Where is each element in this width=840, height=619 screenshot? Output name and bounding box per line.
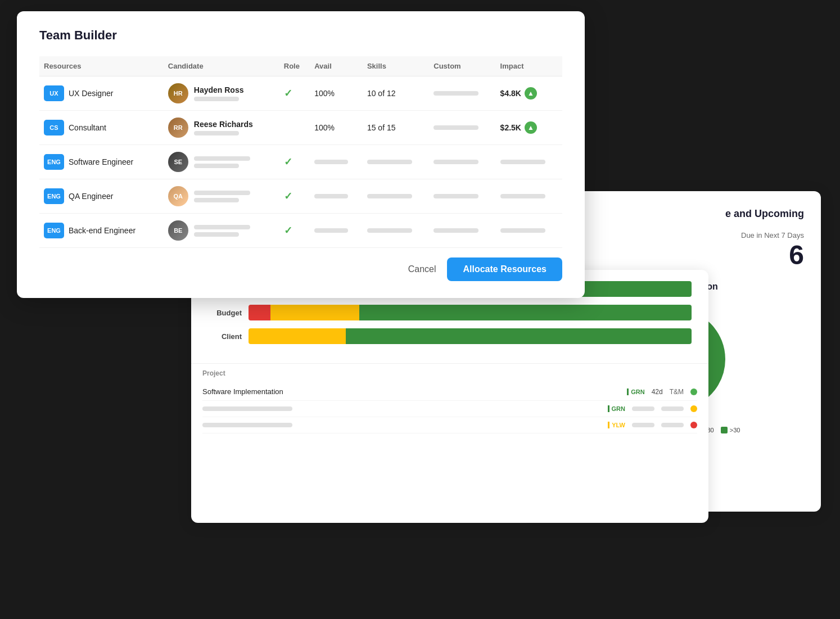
project-type-bar-1	[661, 406, 684, 411]
candidate-sub-bar	[194, 164, 239, 168]
avatar: QA	[168, 186, 188, 206]
resource-cell-2: ENGSoftware Engineer	[39, 145, 164, 179]
role-check-icon: ✓	[284, 156, 292, 168]
avatar: HR	[168, 83, 188, 103]
custom-bar	[433, 160, 478, 164]
skills-bar	[367, 228, 412, 233]
avatar: SE	[168, 152, 188, 172]
resource-badge: ENG	[44, 154, 64, 170]
resource-name: Consultant	[69, 123, 106, 132]
avail-bar	[314, 194, 348, 198]
skills-cell-3	[363, 179, 429, 214]
avatar: BE	[168, 220, 188, 241]
project-dot-2	[690, 422, 697, 428]
skills-bar	[367, 194, 412, 198]
avail-bar	[314, 160, 348, 164]
skills-cell-1: 15 of 15	[363, 111, 429, 145]
candidate-subtitle-bar	[194, 97, 239, 101]
cancel-button[interactable]: Cancel	[408, 264, 436, 274]
avatar: RR	[168, 118, 188, 138]
custom-bar	[433, 194, 478, 198]
col-impact: Impact	[496, 56, 562, 76]
resource-name: Software Engineer	[69, 157, 133, 166]
allocate-button[interactable]: Allocate Resources	[447, 257, 562, 281]
resource-name: QA Engineer	[69, 192, 113, 201]
role-check-icon: ✓	[284, 88, 292, 99]
project-dot-1	[690, 405, 697, 412]
team-builder-modal: Team Builder Resources Candidate Role Av…	[17, 11, 585, 298]
candidate-name-bar	[194, 225, 250, 229]
chart-bar-client	[249, 328, 692, 344]
table-header: Resources Candidate Role Avail Skills Cu…	[39, 56, 562, 76]
candidate-subtitle-bar	[194, 131, 239, 135]
candidate-cell-0: HRHayden Ross	[164, 76, 279, 111]
impact-bar	[500, 194, 545, 198]
custom-bar	[433, 91, 478, 96]
col-skills: Skills	[363, 56, 429, 76]
bottom-chart-panel: Schedule Budget Client Project Softwa	[191, 270, 708, 523]
role-cell-2: ✓	[279, 145, 310, 179]
table-row: ENGBack-end EngineerBE✓	[39, 214, 562, 248]
table-row: CSConsultantRRReese Richards100%15 of 15…	[39, 111, 562, 145]
avail-cell-0: 100%	[310, 76, 363, 111]
role-check-icon: ✓	[284, 225, 292, 236]
resource-cell-3: ENGQA Engineer	[39, 179, 164, 214]
chart-row-client: Client	[208, 328, 692, 344]
avail-bar	[314, 228, 348, 233]
candidate-name: Hayden Ross	[194, 85, 244, 94]
project-header: Project	[202, 364, 697, 383]
candidate-name: Reese Richards	[194, 120, 253, 129]
resource-badge: CS	[44, 120, 64, 135]
custom-cell-1	[429, 111, 495, 145]
impact-bar	[500, 160, 545, 164]
project-name-0: Software Implementation	[202, 387, 620, 396]
chart-label-budget: Budget	[208, 309, 242, 317]
resource-cell-0: UXUX Designer	[39, 76, 164, 111]
candidate-sub-bar	[194, 198, 239, 202]
project-days-0: 42d	[652, 388, 663, 396]
col-avail: Avail	[310, 56, 363, 76]
custom-cell-0	[429, 76, 495, 111]
role-cell-3: ✓	[279, 179, 310, 214]
impact-value: $4.8K	[500, 89, 521, 98]
legend-30plus: >30	[721, 427, 740, 433]
candidate-cell-4: BE	[164, 214, 279, 248]
custom-bar	[433, 125, 478, 130]
avail-cell-2	[310, 145, 363, 179]
avail-cell-3	[310, 179, 363, 214]
avail-cell-4	[310, 214, 363, 248]
candidate-sub-bar	[194, 232, 239, 237]
chart-bar-budget	[249, 305, 692, 320]
col-candidate: Candidate	[164, 56, 279, 76]
skills-cell-2	[363, 145, 429, 179]
resource-cell-1: CSConsultant	[39, 111, 164, 145]
impact-up-icon: ▲	[525, 87, 537, 100]
chart-label-client: Client	[208, 332, 242, 341]
resource-name: Back-end Engineer	[69, 226, 136, 235]
avail-cell-1: 100%	[310, 111, 363, 145]
custom-bar	[433, 228, 478, 233]
col-resources: Resources	[39, 56, 164, 76]
col-custom: Custom	[429, 56, 495, 76]
impact-cell-3	[496, 179, 562, 214]
resource-name: UX Designer	[69, 89, 113, 98]
candidate-cell-1: RRReese Richards	[164, 111, 279, 145]
skills-cell-4	[363, 214, 429, 248]
modal-footer: Cancel Allocate Resources	[408, 257, 562, 281]
project-tag-2: YLW	[608, 422, 625, 428]
impact-cell-1: $2.5K▲	[496, 111, 562, 145]
project-section: Project Software Implementation GRN 42d …	[191, 363, 708, 433]
custom-cell-4	[429, 214, 495, 248]
resource-cell-4: ENGBack-end Engineer	[39, 214, 164, 248]
resource-badge: ENG	[44, 188, 64, 204]
impact-bar	[500, 228, 545, 233]
impact-cell-4	[496, 214, 562, 248]
custom-cell-3	[429, 179, 495, 214]
table-row: UXUX DesignerHRHayden Ross✓100%10 of 12$…	[39, 76, 562, 111]
role-cell-0: ✓	[279, 76, 310, 111]
resources-table: Resources Candidate Role Avail Skills Cu…	[39, 56, 562, 248]
project-days-bar-2	[632, 423, 654, 427]
project-type-bar-2	[661, 423, 684, 427]
project-days-bar-1	[632, 406, 654, 411]
modal-title: Team Builder	[39, 28, 562, 43]
